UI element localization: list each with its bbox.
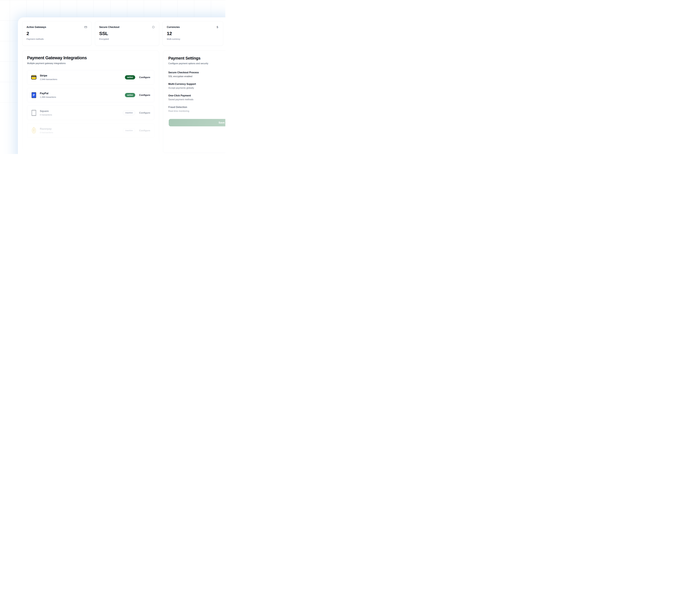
gateway-transactions: 0 tranactions — [40, 114, 52, 116]
setting-item-multi-currency: Multi-Currency Support Accept payments g… — [168, 83, 225, 89]
setting-item-one-click-payment: One-Click Payment Saved payment methods — [168, 94, 225, 101]
settings-list: Secure Checkout Process SSL encryptian e… — [168, 71, 225, 112]
status-badge: inactive — [123, 111, 135, 115]
stat-value: 2 — [26, 31, 87, 36]
stat-value: SSL — [99, 31, 155, 36]
gateway-transactions: 2,546 transactions — [40, 78, 57, 81]
status-badge: active — [125, 75, 135, 80]
stat-title: Currencies — [167, 26, 219, 28]
settings-panel-subtitle: Configure payment options and security — [168, 62, 225, 65]
gateway-list: Stripe 2,546 transactions active Configu… — [27, 70, 154, 138]
stat-card-secure-checkout: Secure Checkout SSL Encrypted — [95, 21, 159, 46]
stat-subtitle: Multi-currency — [167, 38, 219, 40]
configure-button[interactable]: Configure — [139, 111, 151, 114]
status-badge: inactive — [123, 128, 135, 133]
payments-dashboard-container: Active Gateways 2 Payment methods Secure… — [18, 17, 225, 154]
settings-panel-title: Payment Settings — [168, 56, 225, 61]
setting-item-fraud-detection: Fraud Detection Real-time monitoring — [168, 106, 225, 112]
configure-button[interactable]: Configure — [139, 129, 151, 132]
stat-title: Active Gateways — [26, 26, 87, 28]
gateway-row-razorpay: T Razorpay 0 transactions inactive Confi… — [27, 123, 154, 138]
setting-description: SSL encryptian enabled — [168, 75, 225, 78]
razorpay-bulb-icon: T — [31, 128, 37, 134]
gateway-name: PayPal — [40, 92, 56, 95]
gateway-name: Razorpay — [40, 127, 53, 130]
setting-item-secure-checkout: Secure Checkout Process SSL encryptian e… — [168, 71, 225, 78]
status-badge: active — [125, 93, 135, 97]
setting-title: Multi-Currency Support — [168, 83, 225, 86]
configure-button[interactable]: Configure — [139, 76, 151, 79]
gateways-panel-subtitle: Multiple payment gateway integrations — [27, 62, 154, 65]
gateway-transactions: 0 transactions — [40, 131, 53, 134]
gateway-row-square: Square 0 tranactions inactive Configure — [27, 106, 154, 120]
stats-row: Active Gateways 2 Payment methods Secure… — [22, 21, 223, 46]
stat-value: 12 — [167, 31, 219, 36]
gateway-transactions: 1,396 trasactions — [40, 96, 56, 98]
gateway-name: Stripe — [40, 74, 57, 77]
gateways-panel-title: Payment Gateway Integrations — [27, 56, 154, 60]
circle-icon — [152, 25, 155, 29]
configure-button[interactable]: Configure — [139, 94, 151, 96]
setting-title: Fraud Detection — [168, 106, 225, 109]
dollar-icon: $ — [216, 25, 219, 29]
stat-subtitle: Encrypted — [99, 38, 155, 40]
payment-settings-panel: Payment Settings Configure payment optio… — [163, 51, 225, 153]
stat-title: Secure Checkout — [99, 26, 155, 28]
gateway-row-stripe: Stripe 2,546 transactions active Configu… — [27, 70, 154, 85]
setting-description: Accept payments globally — [168, 87, 225, 89]
setting-description: Saved payment methods — [168, 98, 225, 101]
stat-card-currencies: Currencies $ 12 Multi-currency — [163, 21, 223, 46]
setting-title: Secure Checkout Process — [168, 71, 225, 74]
stat-card-active-gateways: Active Gateways 2 Payment methods — [22, 21, 92, 46]
payment-gateway-integrations-panel: Payment Gateway Integrations Multiple pa… — [22, 51, 159, 150]
credit-card-icon — [84, 25, 87, 29]
paypal-icon: P — [31, 92, 37, 98]
stripe-card-icon — [31, 75, 37, 80]
gateway-row-paypal: P PayPal 1,396 trasactions active Config… — [27, 88, 154, 102]
gateway-name: Square — [40, 110, 52, 113]
square-icon — [31, 110, 37, 116]
setting-description: Real-time monitoring — [168, 110, 225, 112]
save-button[interactable]: Save — [169, 119, 225, 126]
setting-title: One-Click Payment — [168, 94, 225, 97]
stat-subtitle: Payment methods — [26, 38, 87, 40]
